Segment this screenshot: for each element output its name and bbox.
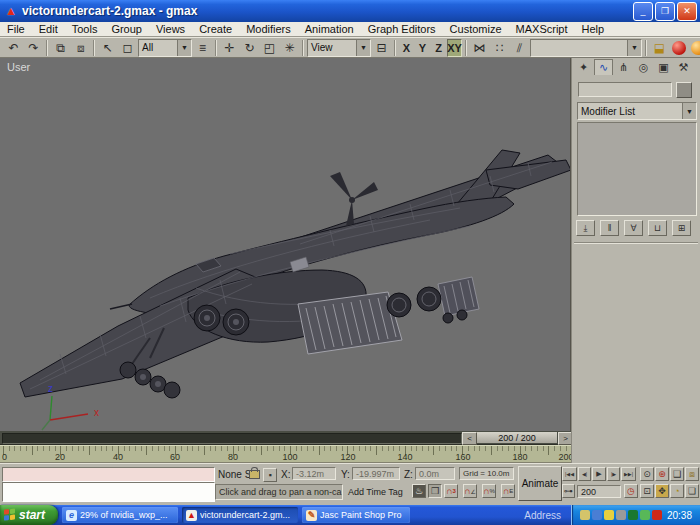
min-max-toggle-icon[interactable]: ❏ bbox=[685, 484, 699, 498]
tray-icon-5[interactable] bbox=[628, 510, 638, 520]
menu-group[interactable]: Group bbox=[104, 22, 149, 36]
time-configuration-icon[interactable]: ◷ bbox=[624, 484, 638, 498]
modify-tab-icon[interactable]: ∿ bbox=[594, 59, 613, 75]
menu-tools[interactable]: Tools bbox=[65, 22, 105, 36]
track-bar[interactable]: 0 20 40 60 80 100 120 140 160 180 200 bbox=[0, 445, 571, 463]
zoom-extents-all-icon[interactable]: ⧈ bbox=[685, 467, 699, 481]
tray-icon-7[interactable] bbox=[652, 510, 662, 520]
restrict-z-button[interactable]: Z bbox=[431, 39, 446, 57]
y-coordinate-field[interactable]: -19.997m bbox=[352, 467, 400, 480]
dropdown-arrow-icon[interactable]: ▼ bbox=[356, 40, 370, 56]
previous-frame-icon[interactable]: ◀| bbox=[578, 467, 591, 481]
x-coordinate-field[interactable]: -3.12m bbox=[292, 467, 336, 480]
absolute-relative-toggle-icon[interactable]: ▪ bbox=[263, 468, 277, 482]
menu-animation[interactable]: Animation bbox=[298, 22, 361, 36]
utilities-tab-icon[interactable]: ⚒ bbox=[674, 59, 693, 75]
viewport-label[interactable]: User bbox=[7, 61, 30, 73]
motion-tab-icon[interactable]: ◎ bbox=[634, 59, 653, 75]
arc-rotate-icon[interactable]: ◔ bbox=[670, 484, 684, 498]
user-viewport[interactable]: User bbox=[0, 58, 571, 431]
material-editor-icon[interactable] bbox=[672, 41, 686, 55]
material-navigator-icon[interactable] bbox=[691, 41, 700, 55]
snap-3d-icon[interactable]: ∩3 bbox=[444, 484, 458, 498]
menu-edit[interactable]: Edit bbox=[32, 22, 65, 36]
tray-icon-3[interactable] bbox=[604, 510, 614, 520]
animate-button[interactable]: Animate bbox=[518, 466, 562, 501]
time-slider-handle[interactable]: 200 / 200 bbox=[477, 432, 557, 443]
selection-filter-dropdown[interactable]: All ▼ bbox=[138, 39, 192, 57]
time-slider-track[interactable] bbox=[2, 433, 462, 444]
taskbar-task-gmax[interactable]: ▲ victorundercart-2.gm... bbox=[182, 507, 298, 523]
snap-toggle-icon[interactable]: ❒ bbox=[428, 484, 442, 498]
named-selection-sets-dropdown[interactable]: ▼ bbox=[530, 39, 642, 57]
undo-icon[interactable]: ↶ bbox=[4, 39, 23, 57]
use-pivot-center-icon[interactable]: ⊟ bbox=[372, 39, 391, 57]
close-button[interactable]: ✕ bbox=[677, 2, 697, 21]
spinner-snap-icon[interactable]: ∩E bbox=[501, 484, 515, 498]
menu-customize[interactable]: Customize bbox=[443, 22, 509, 36]
restrict-x-button[interactable]: X bbox=[399, 39, 414, 57]
unlink-selection-icon[interactable]: ⧈ bbox=[71, 39, 90, 57]
adaptive-degradation-icon[interactable]: ♨ bbox=[412, 484, 426, 498]
selection-region-icon[interactable]: ◻ bbox=[118, 39, 137, 57]
taskbar-task-nvidia[interactable]: e 29% of nvidia_wxp_... bbox=[62, 507, 178, 523]
angle-snap-icon[interactable]: ∩∠ bbox=[463, 484, 477, 498]
menu-create[interactable]: Create bbox=[192, 22, 239, 36]
hierarchy-tab-icon[interactable]: ⋔ bbox=[614, 59, 633, 75]
tray-icon-2[interactable] bbox=[592, 510, 602, 520]
minimize-button[interactable]: _ bbox=[633, 2, 653, 21]
go-to-end-icon[interactable]: ▶▶| bbox=[621, 467, 636, 481]
mirror-icon[interactable]: ⋈ bbox=[470, 39, 489, 57]
align-icon[interactable]: ⫽ bbox=[510, 39, 529, 57]
configure-modifier-sets-icon[interactable]: ⊞ bbox=[672, 220, 691, 236]
dropdown-arrow-icon[interactable]: ▼ bbox=[682, 103, 696, 119]
menu-modifiers[interactable]: Modifiers bbox=[239, 22, 298, 36]
dropdown-arrow-icon[interactable]: ▼ bbox=[177, 40, 191, 56]
modifier-list-dropdown[interactable]: Modifier List ▼ bbox=[577, 102, 697, 120]
show-end-result-icon[interactable]: ‖ bbox=[600, 220, 619, 236]
taskbar-clock[interactable]: 20:38 bbox=[664, 510, 695, 521]
track-view-icon[interactable]: ⬓ bbox=[650, 39, 669, 57]
modifier-stack-list[interactable] bbox=[577, 122, 697, 216]
array-icon[interactable]: ∷ bbox=[490, 39, 509, 57]
previous-frame-arrow[interactable]: < bbox=[462, 432, 477, 445]
menu-graph-editors[interactable]: Graph Editors bbox=[361, 22, 443, 36]
select-and-link-icon[interactable]: ⧉ bbox=[51, 39, 70, 57]
maxscript-listener-line[interactable] bbox=[2, 482, 215, 502]
next-frame-icon[interactable]: |▶ bbox=[607, 467, 620, 481]
z-coordinate-field[interactable]: 0.0m bbox=[415, 467, 455, 480]
taskbar-task-paintshop[interactable]: ✎ Jasc Paint Shop Pro bbox=[302, 507, 410, 523]
select-and-manipulate-icon[interactable]: ✳ bbox=[280, 39, 299, 57]
tray-icon-6[interactable] bbox=[640, 510, 650, 520]
reference-coordinate-dropdown[interactable]: View ▼ bbox=[307, 39, 371, 57]
tray-icon-1[interactable] bbox=[580, 510, 590, 520]
maxscript-macro-recorder-line[interactable] bbox=[2, 467, 215, 482]
select-by-name-icon[interactable]: ≡ bbox=[193, 39, 212, 57]
restrict-xy-plane-button[interactable]: XY bbox=[447, 39, 462, 57]
percent-snap-icon[interactable]: ∩% bbox=[482, 484, 496, 498]
select-and-rotate-icon[interactable]: ↻ bbox=[240, 39, 259, 57]
select-and-move-icon[interactable]: ✛ bbox=[220, 39, 239, 57]
address-toolbar-label[interactable]: Address bbox=[524, 510, 571, 521]
current-frame-field[interactable]: 200 bbox=[577, 485, 621, 498]
key-mode-toggle-icon[interactable]: ⊶ bbox=[562, 484, 575, 498]
object-color-swatch[interactable] bbox=[676, 82, 692, 98]
go-to-start-icon[interactable]: |◀◀ bbox=[562, 467, 577, 481]
restore-button[interactable]: ❐ bbox=[655, 2, 675, 21]
zoom-all-icon[interactable]: ⊛ bbox=[655, 467, 669, 481]
tray-icon-4[interactable] bbox=[616, 510, 626, 520]
select-object-icon[interactable]: ↖ bbox=[98, 39, 117, 57]
menu-maxscript[interactable]: MAXScript bbox=[509, 22, 575, 36]
start-button[interactable]: start bbox=[0, 505, 58, 525]
pan-icon[interactable]: ✥ bbox=[655, 484, 669, 498]
region-zoom-icon[interactable]: ⊡ bbox=[640, 484, 654, 498]
object-name-field[interactable] bbox=[578, 82, 672, 97]
zoom-extents-icon[interactable]: ❑ bbox=[670, 467, 684, 481]
create-tab-icon[interactable]: ✦ bbox=[574, 59, 593, 75]
menu-views[interactable]: Views bbox=[149, 22, 192, 36]
zoom-icon[interactable]: ⊙ bbox=[640, 467, 654, 481]
dropdown-arrow-icon[interactable]: ▼ bbox=[627, 40, 641, 56]
menu-file[interactable]: File bbox=[0, 22, 32, 36]
restrict-y-button[interactable]: Y bbox=[415, 39, 430, 57]
select-and-scale-icon[interactable]: ◰ bbox=[260, 39, 279, 57]
